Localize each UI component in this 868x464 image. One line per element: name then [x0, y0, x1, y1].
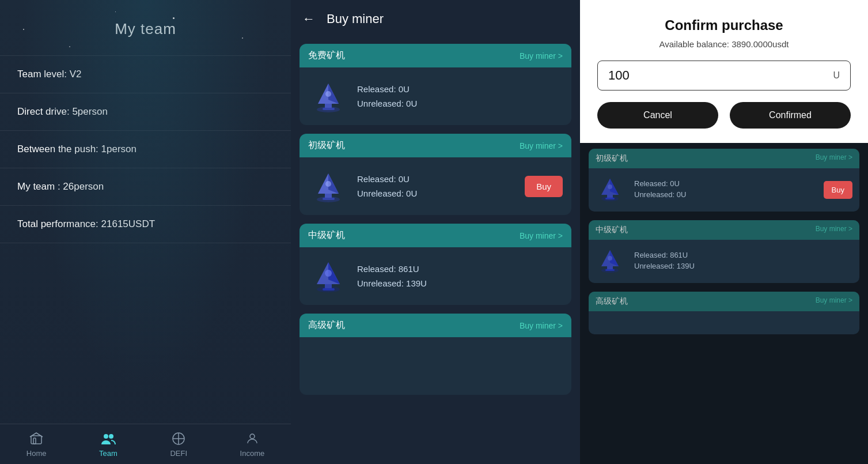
miner-card-free: 免费矿机 Buy miner > Released: 0U [300, 44, 571, 125]
star-deco [23, 29, 24, 30]
free-miner-title: 免费矿机 [308, 50, 345, 62]
svg-rect-12 [323, 108, 335, 110]
bg-high-title: 高级矿机 [596, 296, 628, 307]
miner-card-basic: 初级矿机 Buy miner > Released: 0U [300, 134, 571, 215]
stat-between-push: Between the push: 1person [0, 131, 291, 168]
star-deco [242, 37, 243, 39]
miner-card-mid-header: 中级矿机 Buy miner > [300, 224, 571, 247]
basic-buy-button[interactable]: Buy [525, 176, 563, 197]
svg-point-3 [109, 434, 113, 439]
free-unreleased: Unreleased: 0U [357, 99, 563, 108]
svg-rect-0 [31, 436, 41, 444]
confirm-amount-input[interactable] [608, 68, 833, 83]
team-panel: My team Team level: V2 Direct drive: 5pe… [0, 0, 291, 464]
team-icon [100, 431, 116, 447]
buy-miner-panel: ← Buy miner 免费矿机 Buy miner > [291, 0, 580, 464]
star-deco [115, 12, 116, 12]
basic-released: Released: 0U [357, 174, 516, 184]
bg-basic-buy-button[interactable]: Buy [824, 181, 852, 199]
bg-card-basic: 初级矿机 Buy miner > Released: 0U [589, 149, 859, 212]
nav-income-label: Income [240, 449, 265, 458]
income-icon [244, 431, 260, 447]
bg-mid-info: Released: 861U Unreleased: 139U [634, 251, 852, 273]
nav-home[interactable]: Home [26, 431, 47, 458]
svg-rect-17 [325, 194, 332, 198]
free-miner-link[interactable]: Buy miner > [520, 51, 563, 61]
miner-card-basic-header: 初级矿机 Buy miner > [300, 134, 571, 157]
stat-team-level: Team level: V2 [0, 55, 291, 93]
bg-card-high-header: 高级矿机 Buy miner > [589, 292, 859, 311]
team-stats: Team level: V2 Direct drive: 5person Bet… [0, 50, 291, 424]
back-button[interactable]: ← [302, 12, 315, 27]
svg-rect-11 [325, 104, 332, 108]
bg-card-basic-header: 初级矿机 Buy miner > [589, 149, 859, 168]
free-miner-body: Released: 0U Unreleased: 0U [300, 67, 571, 125]
defi-icon [170, 431, 187, 447]
nav-defi[interactable]: DEFI [170, 431, 187, 458]
svg-rect-30 [605, 198, 615, 199]
basic-miner-body: Released: 0U Unreleased: 0U Buy [300, 157, 571, 215]
bg-mid-icon [596, 246, 627, 277]
svg-rect-1 [33, 438, 36, 444]
confirm-panel: Confirm purchase Available balance: 3890… [580, 0, 868, 464]
svg-rect-36 [605, 269, 615, 271]
nav-defi-label: DEFI [170, 449, 187, 458]
miner-title: Buy miner [327, 12, 384, 27]
confirm-buttons: Cancel Confirmed [597, 102, 851, 129]
svg-point-19 [325, 181, 331, 187]
star-deco [173, 17, 175, 19]
basic-miner-icon [308, 166, 348, 206]
basic-miner-info: Released: 0U Unreleased: 0U [357, 174, 516, 198]
mid-released: Released: 861U [357, 264, 563, 274]
mid-miner-body: Released: 861U Unreleased: 139U [300, 247, 571, 305]
high-miner-title: 高级矿机 [308, 319, 345, 331]
nav-team-label: Team [99, 449, 117, 458]
miner-card-free-header: 免费矿机 Buy miner > [300, 44, 571, 67]
stat-total-performance: Total performance: 21615USDT [0, 206, 291, 243]
miner-card-high: 高级矿机 Buy miner > [300, 314, 571, 395]
team-title: My team [0, 0, 291, 50]
high-miner-link[interactable]: Buy miner > [520, 321, 563, 330]
miner-list: 免费矿机 Buy miner > Released: 0U [291, 38, 580, 464]
confirm-input-row: U [597, 61, 851, 90]
svg-point-31 [608, 184, 612, 189]
bg-basic-body: Released: 0U Unreleased: 0U Buy [589, 168, 859, 212]
confirmed-button[interactable]: Confirmed [730, 102, 851, 129]
miner-card-high-header: 高级矿机 Buy miner > [300, 314, 571, 337]
mid-miner-title: 中级矿机 [308, 229, 345, 242]
bg-high-body [589, 311, 859, 334]
bg-card-mid: 中级矿机 Buy miner > Released: 861U [589, 220, 859, 283]
cancel-button[interactable]: Cancel [597, 102, 718, 129]
bg-basic-icon [596, 174, 627, 206]
free-miner-icon [308, 76, 348, 116]
nav-home-label: Home [26, 449, 47, 458]
balance-label: Available balance: [659, 39, 729, 49]
stat-direct-drive: Direct drive: 5person [0, 93, 291, 131]
home-icon [28, 431, 44, 447]
confirm-modal: Confirm purchase Available balance: 3890… [580, 0, 868, 143]
mid-miner-info: Released: 861U Unreleased: 139U [357, 264, 563, 288]
miner-card-mid: 中级矿机 Buy miner > Released: 861U [300, 224, 571, 305]
bg-basic-released: Released: 0U [634, 179, 817, 188]
svg-point-7 [250, 434, 255, 439]
confirm-bg-cards: 初级矿机 Buy miner > Released: 0U [580, 143, 868, 464]
svg-rect-18 [323, 198, 335, 200]
nav-team[interactable]: Team [99, 431, 117, 458]
nav-income[interactable]: Income [240, 431, 265, 458]
bg-high-link: Buy miner > [816, 296, 852, 307]
bg-card-high: 高级矿机 Buy miner > [589, 292, 859, 334]
confirm-unit: U [833, 70, 840, 81]
mid-unreleased: Unreleased: 139U [357, 278, 563, 288]
miner-header: ← Buy miner [291, 0, 580, 38]
basic-miner-link[interactable]: Buy miner > [520, 141, 563, 150]
high-miner-icon [308, 346, 348, 386]
bottom-nav: Home Team DEFI [0, 424, 291, 464]
stat-my-team: My team : 26person [0, 168, 291, 206]
bg-mid-link: Buy miner > [816, 225, 852, 235]
svg-rect-23 [325, 284, 332, 289]
svg-point-25 [325, 270, 332, 277]
mid-miner-icon [308, 256, 348, 296]
mid-miner-link[interactable]: Buy miner > [520, 231, 563, 240]
svg-rect-24 [323, 288, 335, 291]
bg-mid-title: 中级矿机 [596, 225, 628, 235]
